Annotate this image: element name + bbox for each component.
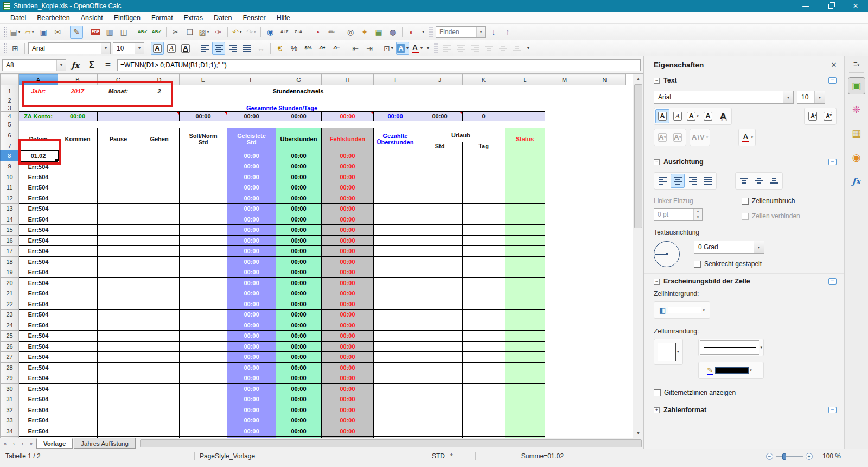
cell-A13[interactable]: Err:504 <box>19 204 58 214</box>
cell-A32[interactable]: Err:504 <box>19 405 58 415</box>
cell-K15[interactable] <box>463 225 505 236</box>
cell-M19[interactable] <box>545 267 584 278</box>
cell-G33[interactable]: 00:00 <box>276 415 322 426</box>
cell-A30[interactable]: Err:504 <box>19 383 58 394</box>
cell-L5[interactable] <box>505 121 545 128</box>
cell-A33[interactable]: Err:504 <box>19 415 58 426</box>
cell-F26[interactable]: 00:00 <box>227 341 276 352</box>
menu-einfuegen[interactable]: Einfügen <box>109 13 145 23</box>
next-sheet-button[interactable]: › <box>18 439 27 447</box>
cell-J4[interactable]: 00:00 <box>417 112 463 121</box>
cell-N26[interactable] <box>584 341 626 352</box>
cell-E13[interactable] <box>180 204 227 214</box>
row-header-6[interactable]: 6 <box>1 128 19 142</box>
close-button[interactable]: ✕ <box>843 0 868 12</box>
cell-D10[interactable] <box>139 172 180 182</box>
cell-M8[interactable] <box>545 150 584 161</box>
cell-G15[interactable]: 00:00 <box>276 225 322 236</box>
cell-N9[interactable] <box>584 161 626 172</box>
cell-H2[interactable] <box>322 97 374 104</box>
border-line-style-button[interactable] <box>700 340 760 355</box>
column-header-B[interactable]: B <box>58 74 98 85</box>
gallery-button[interactable]: ▦ <box>372 26 385 39</box>
text-dialog-launcher-icon[interactable]: ┄ <box>828 77 837 84</box>
cell-H34[interactable]: 00:00 <box>322 426 374 437</box>
cell-I16[interactable] <box>374 235 417 246</box>
cell-K2[interactable] <box>463 97 505 104</box>
cell-M21[interactable] <box>545 288 584 299</box>
cell-K33[interactable] <box>463 415 505 426</box>
cell-I12[interactable] <box>374 193 417 204</box>
cell-D11[interactable] <box>139 182 180 193</box>
row-header-21[interactable]: 21 <box>1 288 19 299</box>
cell-D24[interactable] <box>139 320 180 331</box>
scroll-up-icon[interactable]: ▲ <box>633 74 643 84</box>
cell-H4[interactable]: 00:00 <box>322 112 374 121</box>
collapse-icon[interactable]: − <box>654 279 660 285</box>
merge-cells-checkbox[interactable] <box>742 213 749 220</box>
cell-J33[interactable] <box>417 415 463 426</box>
sidebar-menu-icon[interactable]: ≡▾ <box>853 60 859 68</box>
cell-A4[interactable]: ZA Konto: <box>19 112 58 121</box>
object-align-left-button[interactable] <box>440 42 453 55</box>
cell-K34[interactable] <box>463 426 505 437</box>
cell-B26[interactable] <box>58 341 98 352</box>
cell-K18[interactable] <box>463 256 505 267</box>
cell-G27[interactable]: 00:00 <box>276 352 322 363</box>
cell-C29[interactable] <box>98 373 139 384</box>
cell-G9[interactable]: 00:00 <box>276 161 322 172</box>
cell-B9[interactable] <box>58 161 98 172</box>
cell-H28[interactable]: 00:00 <box>322 362 374 373</box>
chevron-down-icon[interactable]: ▾ <box>754 241 764 253</box>
cell-J24[interactable] <box>417 320 463 331</box>
cell-C18[interactable] <box>98 256 139 267</box>
cell-A24[interactable]: Err:504 <box>19 320 58 331</box>
cell-L26[interactable] <box>505 341 545 352</box>
cell-L24[interactable] <box>505 320 545 331</box>
row-header-5[interactable]: 5 <box>1 121 19 128</box>
cell-A19[interactable]: Err:504 <box>19 267 58 278</box>
cell-B22[interactable] <box>58 299 98 310</box>
cell-B8[interactable] <box>58 150 98 161</box>
row-header-28[interactable]: 28 <box>1 362 19 373</box>
cell-M13[interactable] <box>545 204 584 214</box>
sum-button[interactable]: Σ <box>85 59 99 72</box>
cell-M12[interactable] <box>545 193 584 204</box>
cell-H31[interactable]: 00:00 <box>322 394 374 405</box>
cell-M31[interactable] <box>545 394 584 405</box>
cell-K19[interactable] <box>463 267 505 278</box>
cell-C9[interactable] <box>98 161 139 172</box>
cell-K31[interactable] <box>463 394 505 405</box>
cell-N5[interactable] <box>584 121 626 128</box>
sidebar-align-justified-button[interactable] <box>701 174 715 188</box>
cell-F2[interactable] <box>227 97 276 104</box>
cell-C31[interactable] <box>98 394 139 405</box>
cell-I4[interactable]: 00:00 <box>374 112 417 121</box>
cell-K13[interactable] <box>463 204 505 214</box>
cell-J23[interactable] <box>417 310 463 320</box>
cell-H17[interactable]: 00:00 <box>322 246 374 257</box>
cell-J19[interactable] <box>417 267 463 278</box>
chevron-down-icon[interactable]: ▾ <box>135 43 144 54</box>
cell-E5[interactable] <box>180 121 227 128</box>
cell-D17[interactable] <box>139 246 180 257</box>
cell-D21[interactable] <box>139 288 180 299</box>
row-header-30[interactable]: 30 <box>1 383 19 394</box>
cell-L30[interactable] <box>505 383 545 394</box>
increase-indent-button[interactable]: ⇥ <box>363 42 376 55</box>
cell-C2[interactable] <box>98 97 139 104</box>
border-preset-icon[interactable] <box>658 343 676 361</box>
cell-N6[interactable] <box>584 128 626 142</box>
cell-F34[interactable]: 00:00 <box>227 426 276 437</box>
cell-J31[interactable] <box>417 394 463 405</box>
cell-G16[interactable]: 00:00 <box>276 235 322 246</box>
cell-C30[interactable] <box>98 383 139 394</box>
cell-B18[interactable] <box>58 256 98 267</box>
cell-M18[interactable] <box>545 256 584 267</box>
cell-B17[interactable] <box>58 246 98 257</box>
cell-M17[interactable] <box>545 246 584 257</box>
cell-G10[interactable]: 00:00 <box>276 172 322 182</box>
cell-M10[interactable] <box>545 172 584 182</box>
cell-H8[interactable]: 00:00 <box>322 150 374 161</box>
cell-L18[interactable] <box>505 256 545 267</box>
